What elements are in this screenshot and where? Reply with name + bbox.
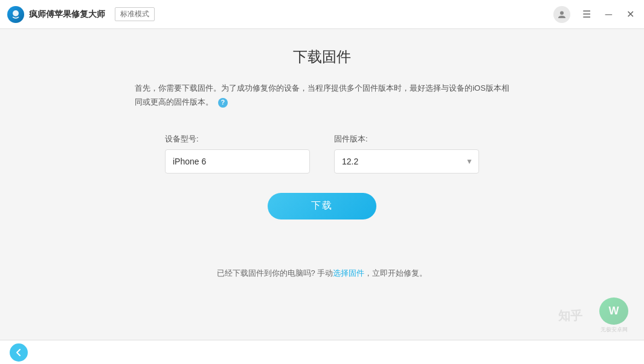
menu-button[interactable]: ☰ [580, 7, 593, 22]
footer [0, 340, 644, 364]
help-icon[interactable]: ? [218, 98, 228, 108]
bottom-text: 已经下载固件到你的电脑吗? 手动选择固件，立即开始修复。 [217, 268, 428, 279]
desc-line1: 首先，你需要下载固件。为了成功修复你的设备，当程序提供多个固件版本时，最好选择与… [135, 83, 509, 93]
description-text: 首先，你需要下载固件。为了成功修复你的设备，当程序提供多个固件版本时，最好选择与… [135, 81, 509, 109]
minimize-button[interactable]: ─ [603, 7, 614, 22]
select-firmware-link[interactable]: 选择固件 [333, 268, 364, 278]
firmware-group: 固件版本: 12.2 12.1 12.0 11.4 ▼ [334, 134, 479, 174]
firmware-select-wrapper: 12.2 12.1 12.0 11.4 ▼ [334, 149, 479, 174]
after-text: ，立即开始修复。 [364, 268, 427, 278]
device-group: 设备型号: [165, 134, 310, 174]
user-icon-btn[interactable] [553, 6, 570, 23]
app-logo [7, 6, 24, 23]
firmware-select[interactable]: 12.2 12.1 12.0 11.4 [334, 149, 479, 174]
form-row: 设备型号: 固件版本: 12.2 12.1 12.0 11.4 ▼ [165, 134, 479, 174]
watermark: 知乎 W 无极安卓网 [463, 291, 644, 340]
svg-point-0 [13, 10, 19, 16]
brand-name: 无极安卓网 [601, 326, 628, 334]
download-button[interactable]: 下载 [268, 193, 376, 219]
close-button[interactable]: ✕ [624, 7, 637, 22]
mode-badge: 标准模式 [115, 7, 155, 21]
firmware-label: 固件版本: [334, 134, 479, 145]
app-name: 疯师傅苹果修复大师 [29, 9, 105, 20]
back-button[interactable] [10, 343, 28, 362]
brand-logo-circle: W [599, 297, 628, 325]
watermark-text: 知乎 [558, 308, 582, 324]
device-label: 设备型号: [165, 134, 310, 145]
watermark-logo: W 无极安卓网 [590, 297, 638, 334]
svg-point-1 [560, 11, 564, 15]
desc-line2: 同或更高的固件版本。 [135, 97, 213, 106]
window-controls: ☰ ─ ✕ [553, 0, 637, 28]
page-title: 下载固件 [293, 47, 351, 67]
device-input[interactable] [165, 149, 310, 174]
already-text: 已经下载固件到你的电脑吗? 手动 [217, 268, 333, 278]
titlebar: 疯师傅苹果修复大师 标准模式 ☰ ─ ✕ [0, 0, 644, 29]
